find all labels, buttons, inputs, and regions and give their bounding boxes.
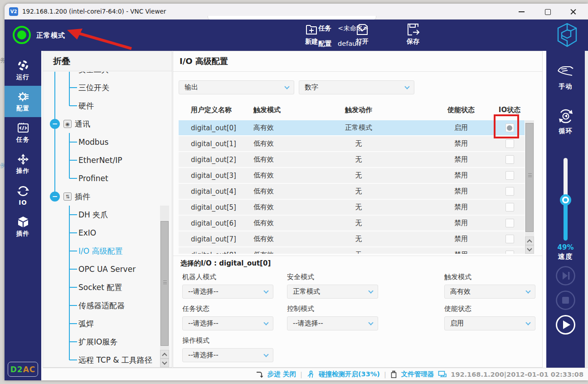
sidebar-item-label: 运行 bbox=[16, 73, 29, 81]
control-mode-select[interactable]: --请选择-- bbox=[287, 316, 378, 330]
column-header-trigger-mode: 触发模式 bbox=[253, 106, 290, 114]
table-row[interactable]: digital_out[0]高有效 正常模式启用 bbox=[179, 120, 525, 135]
io-type-select[interactable]: 数字 bbox=[299, 80, 414, 94]
tree-item-arc-welding[interactable]: 弧焊 bbox=[43, 315, 160, 333]
tree-item-socket-config[interactable]: Socket 配置 bbox=[43, 278, 160, 296]
loop-mode-button[interactable]: 循环 bbox=[546, 107, 585, 135]
mode-status-text: 正常模式 bbox=[36, 31, 65, 40]
right-edge-strip bbox=[585, 51, 588, 368]
safety-mode-select[interactable]: 正常模式 bbox=[287, 285, 378, 299]
io-advanced-config-panel: I/O 高级配置 输出 数字 用户定义名称 触发模式 触发动作 使能状态 IO状… bbox=[173, 51, 543, 368]
speed-slider[interactable] bbox=[564, 158, 568, 241]
sidebar-item-run[interactable]: 运行 bbox=[5, 54, 41, 86]
page-title: I/O 高级配置 bbox=[180, 56, 228, 67]
sidebar-item-operate[interactable]: 操作 bbox=[5, 148, 41, 180]
table-row[interactable]: digital_out[2]低有效 无禁用 bbox=[179, 152, 525, 167]
tree-item-safety-tools[interactable]: 安全工具 bbox=[43, 72, 160, 79]
play-button[interactable] bbox=[555, 315, 576, 335]
usb-drive-icon bbox=[390, 370, 397, 378]
tree-item-remote-tcp-tool-path[interactable]: 远程 TCP & 工具路径 bbox=[43, 351, 160, 367]
close-button-icon[interactable] bbox=[570, 9, 576, 15]
loop-mode-label: 循环 bbox=[559, 127, 573, 135]
table-row[interactable]: digital_out[7]低有效 无禁用 bbox=[179, 231, 525, 246]
table-row[interactable]: digital_out[5]低有效 无禁用 bbox=[179, 200, 525, 215]
file-manager-link[interactable]: 文件管理器 bbox=[401, 370, 434, 379]
table-row[interactable]: digital_out[4]低有效 无禁用 bbox=[179, 184, 525, 199]
table-row[interactable]: digital_out[6]低有效 无禁用 bbox=[179, 216, 525, 231]
tree-scroll-down-button[interactable] bbox=[160, 359, 169, 367]
table-scrollbar-thumb[interactable] bbox=[525, 123, 534, 232]
manual-mode-button[interactable]: 手动 bbox=[546, 64, 585, 91]
tree-scroll-up-button[interactable] bbox=[160, 350, 169, 359]
new-button[interactable]: 新建 bbox=[297, 22, 326, 46]
tree-item-io-advanced-config[interactable]: I/O 高级配置 bbox=[43, 242, 160, 260]
tree-item-extended-io-service[interactable]: 扩展IO服务 bbox=[43, 333, 160, 351]
table-scroll-down-button[interactable] bbox=[525, 245, 534, 254]
stop-button[interactable] bbox=[555, 290, 576, 310]
collapse-node-icon[interactable]: − bbox=[50, 119, 60, 129]
io-state-indicator bbox=[505, 235, 514, 243]
open-button[interactable]: 打开 bbox=[348, 22, 376, 46]
operation-mode-label: 操作模式 bbox=[182, 336, 209, 345]
chevron-down-icon bbox=[525, 320, 530, 325]
status-bar: 步进 关闭 | 碰撞检测开启(33%) | 文件管理器 192.168.1.20… bbox=[43, 368, 588, 380]
new-button-label: 新建 bbox=[305, 38, 318, 46]
operation-mode-select[interactable]: --请选择-- bbox=[182, 348, 273, 362]
right-sidebar: 手动 循环 49% 速度 bbox=[546, 51, 585, 380]
save-button[interactable]: 保存 bbox=[399, 22, 427, 46]
tree-scrollbar[interactable] bbox=[160, 206, 169, 367]
collision-detection-status[interactable]: 碰撞检测开启(33%) bbox=[319, 370, 380, 379]
tree-item-three-pos-switch[interactable]: 三位开关 bbox=[43, 79, 160, 97]
slider-thumb[interactable] bbox=[560, 194, 571, 206]
step-forward-button[interactable] bbox=[555, 266, 576, 286]
d2ac-logo-button[interactable]: D2AC bbox=[8, 362, 38, 377]
tree-item-sensor-adapter[interactable]: 传感器适配器 bbox=[43, 296, 160, 315]
enable-state-select[interactable]: 启用 bbox=[444, 316, 535, 330]
chevron-down-icon bbox=[263, 320, 268, 325]
step-status[interactable]: 步进 关闭 bbox=[267, 370, 296, 379]
tree-item-plugins[interactable]: − ⇅ 插件 bbox=[43, 187, 160, 206]
table-row[interactable]: digital_out[8]低有效 无禁用 bbox=[179, 247, 525, 254]
table-scrollbar[interactable] bbox=[525, 120, 534, 254]
window-title: 192.168.1.200 (intel-corei7-64:0) - VNC … bbox=[22, 8, 166, 15]
column-header-enable: 使能状态 bbox=[428, 106, 495, 114]
sidebar-item-plugin[interactable]: 插件 bbox=[5, 211, 41, 242]
safety-mode-label: 安全模式 bbox=[287, 273, 314, 281]
manual-mode-label: 手动 bbox=[559, 83, 573, 91]
tree-item-modbus[interactable]: Modbus bbox=[43, 133, 160, 151]
vnc-logo-icon: V2 bbox=[9, 7, 18, 16]
chevron-down-icon bbox=[284, 84, 289, 89]
tree-item-opc-ua-server[interactable]: OPC UA Server bbox=[43, 260, 160, 278]
tree-scrollbar-thumb[interactable] bbox=[160, 221, 169, 346]
table-row[interactable]: digital_out[1]低有效 无禁用 bbox=[179, 136, 525, 151]
table-header: 用户定义名称 触发模式 触发动作 使能状态 IO状态 bbox=[179, 103, 525, 118]
task-state-select[interactable]: --请选择-- bbox=[182, 316, 273, 330]
tree-item-ethernet-ip[interactable]: EtherNet/IP bbox=[43, 151, 160, 169]
d2ac-logo-left: D2 bbox=[10, 365, 23, 374]
io-cycle-icon bbox=[17, 185, 29, 197]
tree-item-dh-gripper[interactable]: DH 夹爪 bbox=[43, 206, 160, 224]
left-sidebar: 运行 配置 任务 bbox=[5, 51, 41, 380]
io-table: digital_out[0]高有效 正常模式启用 digital_out[1]低… bbox=[179, 120, 525, 254]
tree-collapse-header[interactable]: 折叠 bbox=[43, 51, 172, 71]
tree-item-exio[interactable]: ExIO bbox=[43, 224, 160, 242]
collapse-node-icon[interactable]: − bbox=[50, 192, 60, 202]
stop-icon bbox=[555, 290, 576, 310]
sidebar-item-config[interactable]: 配置 bbox=[5, 86, 41, 117]
maximize-button-icon[interactable] bbox=[544, 9, 550, 15]
slider-track-lower bbox=[564, 200, 568, 241]
trigger-mode-select[interactable]: 高有效 bbox=[444, 285, 535, 299]
divider bbox=[173, 256, 542, 256]
sidebar-item-task[interactable]: 任务 bbox=[5, 117, 41, 148]
robot-mode-select[interactable]: --请选择-- bbox=[182, 285, 273, 299]
table-scroll-up-button[interactable] bbox=[525, 236, 534, 245]
sidebar-item-io[interactable]: IO bbox=[5, 180, 41, 211]
table-row[interactable]: digital_out[3]低有效 无禁用 bbox=[179, 168, 525, 183]
tree-item-profinet[interactable]: Profinet bbox=[43, 169, 160, 187]
open-icon bbox=[355, 22, 369, 37]
slider-track-upper bbox=[564, 158, 568, 200]
tree-item-hardware[interactable]: 硬件 bbox=[43, 97, 160, 115]
minimize-button-icon[interactable] bbox=[519, 9, 525, 15]
tree-item-communication[interactable]: − ◉ 通讯 bbox=[43, 115, 160, 133]
io-direction-select[interactable]: 输出 bbox=[179, 80, 294, 94]
